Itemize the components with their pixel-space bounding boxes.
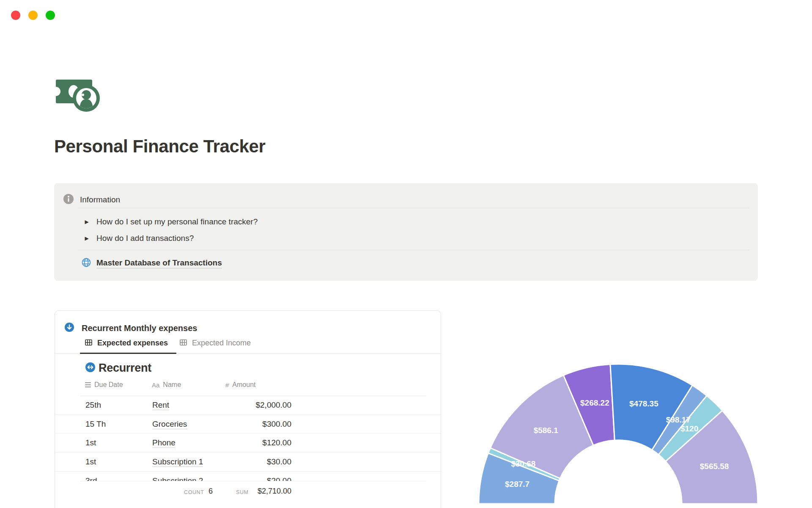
chart-slice-label: $287.7 — [505, 480, 529, 489]
globe-icon — [81, 257, 91, 269]
master-database-link-label: Master Database of Transactions — [96, 258, 222, 268]
cell-name[interactable]: Phone — [152, 433, 176, 453]
cell-name[interactable]: Rent — [152, 396, 169, 415]
toggle-label: How do I add transactions? — [96, 234, 194, 243]
cell-due-date[interactable]: 3rd — [85, 472, 97, 481]
table-grid-icon — [180, 339, 187, 348]
linked-database-arrows-icon — [85, 362, 95, 374]
cell-amount[interactable]: $120.00 — [225, 433, 291, 453]
close-button[interactable] — [11, 11, 20, 20]
toggle-triangle-icon[interactable]: ▶ — [83, 235, 91, 241]
table-row[interactable]: 25thRent$2,000.00 — [55, 396, 441, 415]
minimize-button[interactable] — [28, 11, 38, 20]
page-icon-money[interactable] — [55, 76, 101, 113]
tab-expected-income[interactable]: Expected Income — [180, 339, 251, 348]
zoom-button[interactable] — [46, 11, 55, 20]
column-label: Due Date — [94, 381, 123, 389]
notion-window: Personal Finance Tracker Information ▶ H… — [0, 0, 812, 508]
column-header-name[interactable]: Aa Name — [152, 381, 181, 389]
table-row[interactable]: 1stSubscription 1$30.00 — [55, 453, 441, 472]
toggle-triangle-icon[interactable]: ▶ — [83, 219, 91, 225]
card-title: Recurrent Monthly expenses — [82, 323, 197, 333]
list-icon — [85, 382, 91, 387]
tab-label: Expected expenses — [97, 339, 168, 348]
chart-slice-label: $565.58 — [700, 462, 729, 471]
information-callout: Information ▶ How do I set up my persona… — [54, 183, 758, 281]
info-icon — [63, 194, 74, 206]
text-icon: Aa — [152, 381, 159, 389]
chart-slice-label: $478.35 — [629, 399, 658, 408]
callout-header: Information — [63, 194, 120, 206]
toggle-label: How do I set up my personal finance trac… — [96, 217, 258, 226]
chart-slice-label: $268.22 — [580, 398, 609, 407]
table-row[interactable]: 1stPhone$120.00 — [55, 433, 441, 453]
cell-name[interactable]: Subscription 2 — [152, 472, 203, 481]
column-label: Amount — [232, 381, 255, 389]
table-rows: 25thRent$2,000.0015 ThGroceries$300.001s… — [55, 396, 441, 481]
table-column-headers: Due Date Aa Name # Amount — [55, 381, 441, 395]
cell-name[interactable]: Groceries — [152, 415, 187, 434]
cell-amount[interactable]: $300.00 — [225, 415, 291, 434]
table-row[interactable]: 15 ThGroceries$300.00 — [55, 415, 441, 434]
page-link[interactable]: Subscription 2 — [152, 476, 203, 481]
page-link[interactable]: Phone — [152, 438, 176, 448]
toggle-add-transactions-question[interactable]: ▶ How do I add transactions? — [83, 230, 194, 246]
expenses-donut-chart: $287.7$30.68$586.1$268.22$478.35$98.17$1… — [469, 356, 765, 508]
table-footer: COUNT 6 SUM $2,710.00 — [55, 481, 441, 502]
count-label[interactable]: COUNT — [184, 489, 204, 495]
recurrent-expenses-card: Recurrent Monthly expenses Expected expe… — [55, 310, 441, 508]
callout-title: Information — [80, 195, 120, 204]
recurrent-section-header: Recurrent — [85, 362, 151, 375]
cell-due-date[interactable]: 25th — [85, 396, 101, 415]
cell-due-date[interactable]: 15 Th — [85, 415, 106, 434]
count-value[interactable]: 6 — [208, 487, 213, 496]
cell-due-date[interactable]: 1st — [85, 433, 96, 453]
tab-expected-expenses[interactable]: Expected expenses — [85, 339, 168, 348]
table-grid-icon — [85, 339, 92, 348]
column-header-amount[interactable]: # Amount — [225, 381, 255, 389]
card-header: Recurrent Monthly expenses — [65, 323, 197, 334]
column-label: Name — [163, 381, 181, 389]
chart-slice-label: $120 — [680, 424, 698, 433]
arrow-down-circle-icon — [65, 323, 74, 334]
page-link[interactable]: Subscription 1 — [152, 457, 203, 467]
master-database-link[interactable]: Master Database of Transactions — [81, 254, 222, 273]
cell-due-date[interactable]: 1st — [85, 453, 96, 472]
number-icon: # — [225, 381, 229, 389]
page-link[interactable]: Groceries — [152, 420, 187, 429]
cell-amount[interactable]: $20.00 — [225, 472, 291, 481]
divider — [78, 208, 749, 208]
page-title: Personal Finance Tracker — [54, 136, 265, 157]
toggle-setup-question[interactable]: ▶ How do I set up my personal finance tr… — [83, 213, 258, 230]
chart-slice-label: $98.17 — [666, 415, 691, 424]
cell-amount[interactable]: $2,000.00 — [225, 396, 291, 415]
section-title: Recurrent — [99, 362, 151, 375]
column-header-due-date[interactable]: Due Date — [85, 381, 123, 389]
sum-value[interactable]: $2,710.00 — [225, 487, 291, 496]
active-tab-underline — [80, 353, 176, 354]
cell-amount[interactable]: $30.00 — [225, 453, 291, 472]
cell-name[interactable]: Subscription 1 — [152, 453, 203, 472]
chart-slice-label: $30.68 — [511, 459, 535, 468]
chart-slice-label: $586.1 — [534, 426, 559, 435]
page-link[interactable]: Rent — [152, 400, 169, 410]
divider — [78, 250, 749, 250]
table-row[interactable]: 3rdSubscription 2$20.00 — [55, 472, 441, 481]
tab-label: Expected Income — [192, 339, 251, 348]
window-controls — [11, 11, 55, 20]
